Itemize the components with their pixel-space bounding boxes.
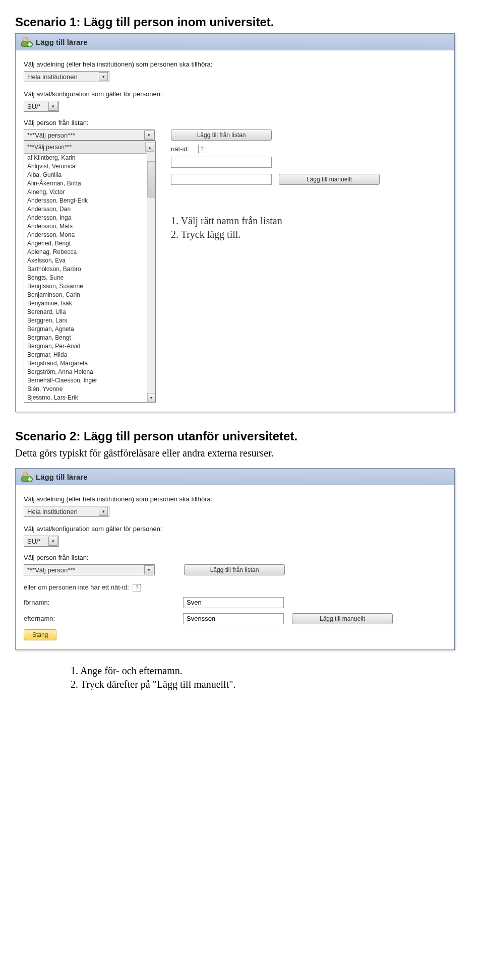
list-item[interactable]: Bergman, Bengt [24, 334, 155, 342]
list-item[interactable]: Bernehäll-Claesson, Inger [24, 376, 155, 385]
scenario2-step1: 1. Ange för- och efternamn. [71, 665, 469, 677]
scrollbar[interactable]: ▾ [147, 152, 155, 402]
list-item[interactable]: Bergmar, Hilda [24, 351, 155, 359]
chevron-down-icon[interactable]: ▾ [147, 393, 155, 402]
list-item[interactable]: Andersson, Mats [24, 222, 155, 231]
label-department: Välj avdelning (eller hela institutionen… [24, 60, 446, 68]
add-from-list-button-2[interactable]: Lägg till från listan [184, 564, 285, 575]
department-select-value: Hela institutionen [27, 73, 78, 81]
natid-label: nät-id: [171, 145, 189, 153]
add-from-list-button[interactable]: Lägg till från listan [171, 129, 272, 141]
label-agreement-2: Välj avtal/konfiguration som gäller för … [24, 525, 446, 533]
scenario1-step1: 1. Välj rätt namn från listan [171, 215, 446, 227]
label-person-2: Välj person från listan: [24, 554, 446, 561]
list-item[interactable]: Bergstrand, Margareta [24, 359, 155, 368]
scroll-thumb[interactable] [147, 161, 155, 198]
person-select[interactable]: ***Välj person*** ▾ [24, 129, 155, 141]
department-select[interactable]: Hela institutionen ▾ [24, 71, 109, 82]
panel-add-teacher-2: Lägg till lärare Välj avdelning (eller h… [15, 468, 455, 650]
label-person: Välj person från listan: [24, 119, 446, 126]
list-item[interactable]: Bergström, Anna Helena [24, 368, 155, 376]
list-item[interactable]: Andersson, Bengt-Erik [24, 197, 155, 205]
add-user-icon [21, 37, 32, 47]
list-item[interactable]: Bengtsson, Susanne [24, 282, 155, 291]
chevron-down-icon: ▾ [48, 102, 57, 111]
list-item[interactable]: Bengts, Sune [24, 274, 155, 282]
natid-label-2: eller om personen inte har ett nät-id: ? [24, 583, 175, 592]
list-item[interactable]: Aplehag, Rebecca [24, 248, 155, 256]
efternamn-label: efternamn: [24, 615, 175, 622]
list-item[interactable]: Ahlqvist, Veronica [24, 162, 155, 171]
scenario2-subtitle: Detta görs typiskt för gästföreläsare el… [15, 447, 469, 459]
agreement-select-2-value: SU/* [27, 538, 41, 545]
scenario2-title: Scenario 2: Lägg till person utanför uni… [15, 429, 469, 443]
panel2-header: Lägg till lärare [16, 469, 454, 485]
list-item[interactable]: Angehed, Bengt [24, 239, 155, 248]
efternamn-input[interactable] [183, 613, 284, 624]
chevron-up-icon[interactable]: ▴ [145, 143, 154, 152]
label-agreement: Välj avtal/konfiguration som gäller för … [24, 90, 446, 98]
fornamn-label: förnamn: [24, 599, 175, 606]
chevron-down-icon: ▾ [144, 565, 153, 574]
scenario2-step2: 2. Tryck därefter på "Lägg till manuellt… [71, 679, 469, 690]
list-item[interactable]: af Klintberg, Karin [24, 154, 155, 162]
person-select-2[interactable]: ***Välj person*** ▾ [24, 564, 155, 575]
list-item[interactable]: Alba, Gunilla [24, 171, 155, 179]
panel2-header-text: Lägg till lärare [36, 473, 88, 481]
list-item[interactable]: Bién, Yvonne [24, 385, 155, 394]
fornamn-input[interactable] [183, 597, 284, 608]
department-select-2[interactable]: Hela institutionen ▾ [24, 506, 109, 517]
add-manually-button[interactable]: Lägg till manuellt [279, 174, 380, 185]
person-listbox[interactable]: ***Välj person*** ▴ af Klintberg, KarinA… [24, 141, 156, 403]
list-item[interactable]: Alin-Åkerman, Britta [24, 179, 155, 188]
add-manually-button-2[interactable]: Lägg till manuellt [292, 613, 393, 624]
list-item[interactable]: Berenard, Ulla [24, 308, 155, 316]
list-item[interactable]: Andersson, Inga [24, 214, 155, 222]
panel-add-teacher-1: Lägg till lärare Välj avdelning (eller h… [15, 33, 455, 412]
list-item[interactable]: Bartholdson, Barbro [24, 265, 155, 274]
manual-input[interactable] [171, 174, 272, 185]
department-select-2-value: Hela institutionen [27, 508, 78, 515]
list-item[interactable]: Benjaminson, Carin [24, 291, 155, 299]
chevron-down-icon: ▾ [99, 507, 108, 516]
panel1-header: Lägg till lärare [16, 34, 454, 50]
scenario1-step2: 2. Tryck lägg till. [171, 229, 446, 240]
list-item[interactable]: Axelsson, Eva [24, 256, 155, 265]
chevron-down-icon: ▾ [99, 72, 108, 81]
help-icon[interactable]: ? [198, 145, 206, 153]
agreement-select[interactable]: SU/* ▾ [24, 101, 59, 112]
agreement-select-value: SU/* [27, 103, 41, 110]
agreement-select-2[interactable]: SU/* ▾ [24, 536, 59, 547]
person-list-header: ***Välj person*** [27, 144, 72, 151]
list-item[interactable]: Benyamine, Isak [24, 299, 155, 308]
add-user-icon [21, 472, 32, 482]
person-select-2-value: ***Välj person*** [27, 566, 75, 574]
chevron-down-icon: ▾ [48, 537, 57, 546]
list-item[interactable]: Andersson, Mona [24, 231, 155, 239]
list-item[interactable]: Berggren, Lars [24, 316, 155, 325]
list-item[interactable]: Andersson, Dan [24, 205, 155, 214]
help-icon[interactable]: ? [133, 584, 141, 592]
person-select-value: ***Välj person*** [27, 132, 75, 139]
natid-input[interactable] [171, 157, 272, 168]
chevron-down-icon: ▾ [144, 130, 153, 140]
list-item[interactable]: Bjessmo, Lars-Erik [24, 394, 155, 402]
list-item[interactable]: Alneng, Victor [24, 188, 155, 197]
list-item[interactable]: Bergman, Agneta [24, 325, 155, 334]
list-item[interactable]: Bergman, Per-Arvid [24, 342, 155, 351]
close-button[interactable]: Stäng [24, 629, 56, 640]
scenario1-title: Scenario 1: Lägg till person inom univer… [15, 15, 469, 29]
panel1-header-text: Lägg till lärare [36, 38, 88, 46]
label-department-2: Välj avdelning (eller hela institutionen… [24, 495, 446, 503]
